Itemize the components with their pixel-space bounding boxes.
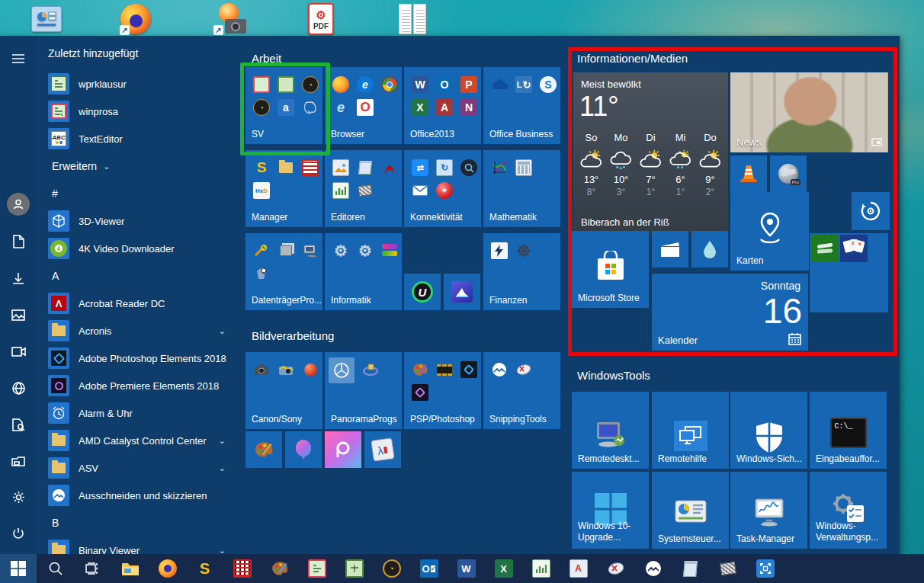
app-item-winprosa[interactable]: winprosa [37, 98, 236, 125]
chevron-down-icon: ⌄ [103, 162, 110, 171]
tile-folder-snippingtools[interactable]: SnippingTools [483, 352, 560, 429]
tile-windows-sicherheit[interactable]: Windows-Sich... [730, 392, 807, 469]
taskbar-red-grid-app[interactable] [223, 554, 261, 583]
chevron-down-icon[interactable]: ⌄ [219, 463, 226, 473]
file-explorer-icon[interactable] [0, 444, 37, 478]
tile-paint-palette[interactable] [245, 431, 282, 468]
start-button[interactable] [0, 554, 37, 583]
app-item-3d-viewer[interactable]: 3D-Viewer [37, 207, 236, 235]
videos-icon[interactable] [0, 335, 37, 368]
taskbar-winprosa[interactable] [298, 554, 335, 583]
pictures-icon[interactable] [0, 298, 37, 332]
taskbar-text-doc-app[interactable]: A [560, 554, 597, 583]
app-item-binary-viewer[interactable]: Binary Viewer ⌄ [37, 537, 236, 554]
app-item-wprklausur[interactable]: wprklausur [37, 70, 236, 98]
tile-label: Browser [331, 129, 364, 140]
taskbar-photos[interactable] [634, 554, 672, 583]
tile-label: DatenträgerPro... [252, 295, 321, 306]
tile-remotehilfe[interactable]: Remotehilfe [652, 392, 729, 469]
tile-systemsteuerung[interactable]: Systemsteuer... [652, 472, 729, 549]
tile-picsart[interactable] [325, 431, 361, 468]
app-item-alarm[interactable]: Alarm & Uhr [37, 399, 236, 427]
desktop-icon-screenshot-tool[interactable]: ↗ [212, 3, 247, 35]
downloads-icon[interactable] [0, 261, 37, 295]
app-item-snip-sketch[interactable]: Ausschneiden und skizzieren [37, 482, 236, 509]
tile-folder-mathematik[interactable]: Mathematik [483, 150, 560, 227]
taskbar-firefox[interactable] [149, 554, 186, 583]
tile-lambda-tool[interactable]: λ▮ [364, 431, 401, 468]
section-b[interactable]: B [37, 509, 236, 537]
taskbar-snipping-tool[interactable] [597, 554, 634, 583]
taskbar-excel[interactable]: X [485, 554, 522, 583]
tile-folder-manager[interactable]: S HxD Manager [245, 150, 322, 227]
tile-folder-panorama[interactable]: PanoramaProgs [325, 352, 402, 429]
tile-folder-konnektivitaet[interactable]: ⇄ ↻ ✶ Konnektivität [404, 150, 481, 227]
app-item-premiere-elements[interactable]: Adobe Premiere Elements 2018 [37, 372, 236, 399]
sync-app-mini-icon: ↻ [436, 159, 453, 176]
search-documents-icon[interactable] [0, 408, 37, 441]
group-header-windowstools[interactable]: WindowsTools [577, 369, 650, 382]
web-icon[interactable] [0, 371, 37, 405]
tile-task-manager[interactable]: Task-Manager [730, 472, 807, 549]
chevron-down-icon[interactable]: ⌄ [219, 436, 226, 446]
expand-button[interactable]: Erweitern ⌄ [37, 152, 236, 180]
tile-folder-browser[interactable]: e e O Browser [325, 67, 402, 144]
taskbar-newspaper-app[interactable] [709, 554, 746, 583]
hamburger-menu-icon[interactable] [0, 42, 37, 75]
app-item-acrobat[interactable]: Λ Acrobat Reader DC [37, 290, 236, 317]
tile-folder-office-business[interactable]: L↻ S Office Business [483, 67, 560, 144]
task-manager-icon [752, 498, 786, 527]
chart-editor-icon [532, 559, 550, 578]
app-item-asv[interactable]: ASV ⌄ [37, 454, 236, 482]
task-view-icon [85, 562, 101, 575]
taskbar-search-button[interactable] [37, 554, 74, 583]
tile-folder-office2013[interactable]: W O P X A N Office2013 [404, 67, 481, 144]
settings-gear-icon[interactable] [0, 480, 37, 514]
tile-folder-datentraeger[interactable]: DatenträgerPro... [245, 233, 322, 310]
taskbar-clock-app[interactable]: ◔ [373, 554, 410, 583]
tile-scanner[interactable] [444, 274, 480, 310]
tile-remotedesktop[interactable]: Remotedeskt... [572, 392, 649, 469]
app-item-amd[interactable]: AMD Catalyst Control Center ⌄ [37, 427, 236, 454]
app-item-texteditor[interactable]: ABC TextEditor [37, 125, 236, 152]
gear-mini-icon: ⚙ [357, 242, 374, 259]
section-hash[interactable]: # [37, 180, 236, 207]
power-icon[interactable] [0, 517, 37, 550]
app-item-4k-downloader[interactable]: 4K Video Downloader [37, 235, 236, 262]
chevron-down-icon[interactable]: ⌄ [219, 326, 226, 336]
desktop-icon-firefox[interactable]: ↗ [118, 3, 153, 35]
group-header-bildverarbeitung[interactable]: Bildverarbeitung [252, 329, 334, 342]
tile-folder-canon-sony[interactable]: Canon/Sony [245, 352, 322, 429]
calculator-mini-icon [515, 159, 532, 176]
tile-folder-finanzen[interactable]: Finanzen [483, 233, 560, 310]
tile-folder-editoren[interactable]: Editoren [325, 150, 402, 227]
task-view-button[interactable] [74, 554, 111, 583]
tile-uninstaller[interactable]: U [404, 274, 441, 310]
user-account-icon[interactable] [0, 187, 37, 221]
tile-label: PanoramaProgs [331, 414, 397, 425]
section-a[interactable]: A [37, 262, 236, 290]
desktop-icon-text-document[interactable] [395, 3, 430, 35]
app-item-acronis[interactable]: Acronis ⌄ [37, 317, 236, 344]
taskbar-wprklausur[interactable] [335, 554, 373, 583]
tile-folder-psp-photoshop[interactable]: PSP/Photoshop [404, 352, 481, 429]
taskbar-scribus[interactable]: S [186, 554, 223, 583]
tile-paint3d[interactable] [285, 431, 322, 468]
tile-label: Windows 10-Upgrade... [578, 521, 647, 544]
taskbar-outlook[interactable]: O✓ [410, 554, 448, 583]
tile-windows10-upgrade[interactable]: Windows 10-Upgrade... [572, 472, 649, 549]
tile-folder-informatik[interactable]: ⚙ ⚙ Informatik [325, 233, 402, 310]
taskbar-file-explorer[interactable] [111, 554, 149, 583]
desktop-icon-system-info[interactable] [29, 3, 64, 35]
taskbar-screen-snip[interactable] [746, 554, 784, 583]
documents-icon[interactable] [0, 225, 37, 258]
tile-verwaltungsprogramme[interactable]: Windows-Verwaltungsp... [810, 472, 887, 549]
desktop-icon-pdf[interactable]: ⚙︎ PDF [303, 3, 338, 35]
taskbar-notepad[interactable] [672, 554, 709, 583]
taskbar-chart-editor[interactable] [522, 554, 560, 583]
taskbar-word[interactable]: W [448, 554, 485, 583]
taskbar-paint-app[interactable] [261, 554, 298, 583]
app-item-photoshop-elements[interactable]: Adobe Photoshop Elements 2018 [37, 344, 236, 372]
chevron-down-icon[interactable]: ⌄ [219, 546, 226, 555]
tile-eingabeaufforderung[interactable]: C:\_ Eingabeauffor... [810, 392, 887, 469]
